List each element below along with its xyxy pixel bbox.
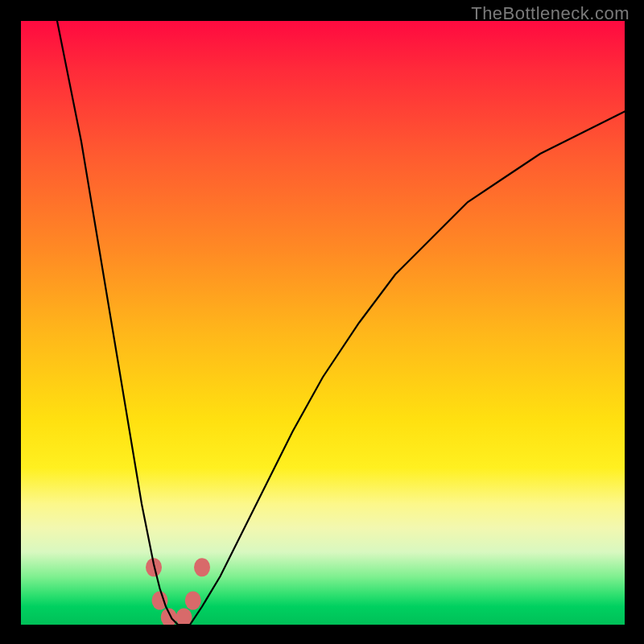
marker-dot <box>176 609 192 625</box>
plot-area <box>21 21 625 625</box>
bottleneck-curve <box>57 21 625 625</box>
curve-layer <box>21 21 625 625</box>
chart-frame: TheBottleneck.com <box>0 0 644 644</box>
marker-dot <box>185 592 201 610</box>
watermark-text: TheBottleneck.com <box>471 3 630 24</box>
marker-dot <box>194 558 210 576</box>
